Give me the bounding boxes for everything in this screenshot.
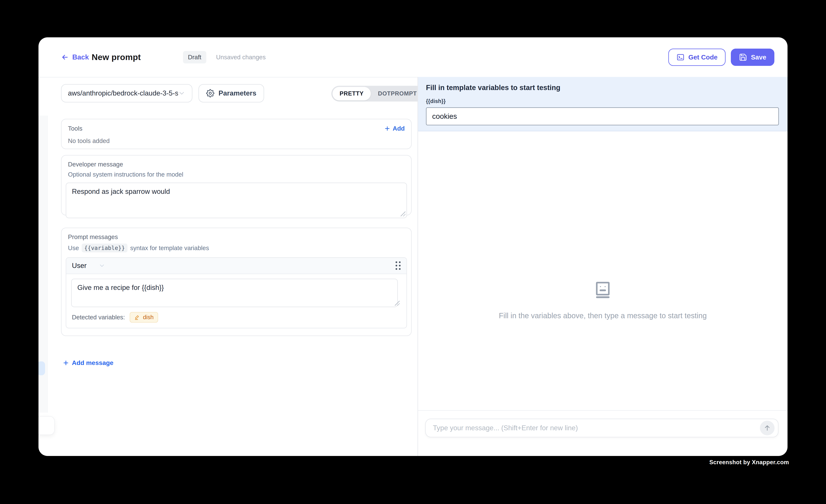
detected-variables-label: Detected variables: bbox=[72, 314, 125, 321]
gear-icon bbox=[206, 89, 215, 98]
robot-icon bbox=[592, 279, 613, 300]
save-label: Save bbox=[751, 54, 766, 61]
save-icon bbox=[739, 53, 747, 61]
plus-icon bbox=[62, 360, 69, 366]
prompt-messages-hint: Use {{variable}} syntax for template var… bbox=[62, 241, 411, 252]
fill-title: Fill in template variables to start test… bbox=[426, 84, 778, 92]
detected-variables-row: Detected variables: dish bbox=[66, 307, 406, 328]
developer-message-card: Developer message Optional system instru… bbox=[61, 155, 412, 215]
message-block: User Give me a recipe for {{dish}} Detec… bbox=[66, 257, 407, 328]
variable-chip-label: dish bbox=[143, 314, 154, 321]
parameters-button[interactable]: Parameters bbox=[198, 84, 264, 103]
chat-empty-text: Fill in the variables above, then type a… bbox=[499, 312, 707, 320]
sidebar-popover bbox=[39, 416, 55, 435]
chevron-down-icon bbox=[99, 262, 105, 269]
role-select-value: User bbox=[72, 262, 86, 270]
add-tool-button[interactable]: Add bbox=[384, 125, 405, 132]
chevron-down-icon bbox=[178, 89, 185, 97]
hint-suffix: syntax for template variables bbox=[130, 245, 209, 252]
prompt-messages-card: Prompt messages Use {{variable}} syntax … bbox=[61, 228, 412, 336]
model-row: aws/anthropic/bedrock-claude-3-5-s... Pa… bbox=[61, 84, 264, 103]
variable-value-input[interactable] bbox=[426, 107, 779, 125]
prompt-messages-label: Prompt messages bbox=[62, 228, 411, 241]
get-code-label: Get Code bbox=[689, 54, 718, 61]
chat-input-container bbox=[425, 419, 778, 437]
back-label: Back bbox=[72, 53, 89, 61]
tester-panel: Fill in template variables to start test… bbox=[418, 77, 787, 456]
variable-chip-dish[interactable]: dish bbox=[130, 312, 158, 323]
message-textarea[interactable]: Give me a recipe for {{dish}} bbox=[71, 279, 398, 307]
header: Back New prompt Draft Unsaved changes Ge… bbox=[39, 37, 787, 77]
chat-empty-state: Fill in the variables above, then type a… bbox=[418, 279, 787, 320]
plus-icon bbox=[384, 125, 391, 132]
add-message-label: Add message bbox=[72, 359, 113, 367]
terminal-icon bbox=[676, 53, 685, 61]
arrow-left-icon bbox=[61, 53, 69, 61]
watermark-text: Screenshot by Xnapper.com bbox=[709, 459, 789, 466]
send-button[interactable] bbox=[760, 421, 775, 435]
app-window: Back New prompt Draft Unsaved changes Ge… bbox=[39, 37, 787, 456]
toggle-option-pretty[interactable]: PRETTY bbox=[333, 87, 371, 101]
save-button[interactable]: Save bbox=[731, 49, 774, 66]
variable-syntax-chip: {{variable}} bbox=[82, 244, 128, 252]
add-tool-label: Add bbox=[393, 125, 405, 132]
variable-name-label: {{dish}} bbox=[426, 98, 778, 104]
get-code-button[interactable]: Get Code bbox=[668, 49, 726, 66]
toggle-option-dotprompt[interactable]: DOTPROMPT bbox=[371, 87, 424, 101]
model-select-value: aws/anthropic/bedrock-claude-3-5-s... bbox=[68, 89, 178, 97]
status-badge: Draft bbox=[183, 51, 206, 63]
sidebar-active-item[interactable] bbox=[39, 361, 45, 375]
model-select[interactable]: aws/anthropic/bedrock-claude-3-5-s... bbox=[61, 84, 192, 103]
tools-label: Tools bbox=[68, 125, 82, 132]
variables-fill-section: Fill in template variables to start test… bbox=[418, 77, 787, 131]
developer-message-label: Developer message bbox=[62, 155, 411, 168]
view-mode-toggle: PRETTY DOTPROMPT bbox=[331, 86, 425, 102]
drag-handle[interactable] bbox=[396, 261, 401, 270]
chat-input-bar bbox=[418, 410, 787, 456]
pencil-icon bbox=[134, 314, 140, 320]
tools-card: Tools Add No tools added bbox=[61, 119, 412, 149]
developer-message-textarea[interactable]: Respond as jack sparrow would bbox=[66, 183, 407, 218]
role-select[interactable]: User bbox=[72, 262, 105, 270]
add-message-button[interactable]: Add message bbox=[62, 359, 113, 367]
unsaved-changes-text: Unsaved changes bbox=[216, 54, 266, 61]
developer-message-hint: Optional system instructions for the mod… bbox=[62, 168, 411, 178]
message-header: User bbox=[66, 258, 406, 274]
back-button[interactable]: Back bbox=[61, 53, 89, 61]
tools-empty-text: No tools added bbox=[62, 132, 411, 144]
chat-message-input[interactable] bbox=[432, 424, 760, 432]
parameters-label: Parameters bbox=[219, 89, 256, 97]
hint-prefix: Use bbox=[68, 245, 79, 252]
header-actions: Get Code Save bbox=[668, 49, 774, 66]
page-title: New prompt bbox=[92, 52, 141, 62]
